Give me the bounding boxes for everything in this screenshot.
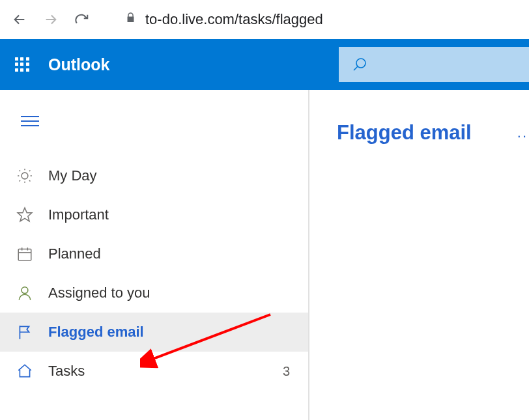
sidebar-item-label: Tasks — [48, 363, 85, 380]
sidebar-item-label: My Day — [48, 167, 97, 184]
hamburger-icon — [21, 116, 39, 126]
svg-point-2 — [356, 59, 365, 68]
page-title: Flagged email — [337, 121, 529, 145]
flag-icon — [16, 323, 34, 341]
menu-toggle-button[interactable] — [13, 104, 47, 138]
content-area: My Day Important Planned Assigned to you — [0, 90, 529, 420]
person-icon — [16, 284, 34, 302]
reload-button[interactable] — [69, 7, 95, 33]
search-icon — [352, 57, 367, 72]
sidebar: My Day Important Planned Assigned to you — [0, 90, 309, 420]
more-options-button[interactable]: ·· — [517, 128, 528, 145]
svg-line-11 — [20, 180, 21, 182]
sidebar-item-flagged-email[interactable]: Flagged email — [0, 313, 308, 352]
svg-line-7 — [20, 171, 21, 172]
back-button[interactable] — [7, 7, 33, 33]
svg-marker-13 — [18, 208, 32, 221]
app-header: Outlook — [0, 39, 529, 90]
svg-rect-14 — [18, 249, 31, 260]
svg-point-4 — [21, 173, 28, 179]
svg-line-12 — [29, 171, 31, 172]
sidebar-item-label: Assigned to you — [48, 285, 150, 301]
lock-icon — [125, 11, 136, 28]
svg-line-3 — [354, 66, 358, 70]
svg-line-8 — [29, 180, 31, 182]
sidebar-item-my-day[interactable]: My Day — [0, 156, 308, 195]
sidebar-item-label: Flagged email — [48, 324, 144, 341]
app-launcher-button[interactable] — [9, 51, 35, 77]
sun-icon — [16, 167, 34, 185]
waffle-icon — [15, 57, 29, 72]
sidebar-item-label: Important — [48, 206, 109, 223]
app-name: Outlook — [48, 55, 109, 74]
forward-button[interactable] — [38, 7, 64, 33]
search-input[interactable] — [339, 47, 529, 82]
sidebar-item-assigned[interactable]: Assigned to you — [0, 273, 308, 313]
url-text: to-do.live.com/tasks/flagged — [145, 11, 323, 28]
sidebar-item-important[interactable]: Important — [0, 195, 308, 234]
main-panel: Flagged email ·· — [309, 90, 529, 420]
calendar-icon — [16, 245, 34, 263]
sidebar-item-label: Planned — [48, 245, 101, 262]
browser-toolbar: to-do.live.com/tasks/flagged — [0, 0, 529, 39]
sidebar-item-count: 3 — [283, 364, 290, 379]
sidebar-item-planned[interactable]: Planned — [0, 234, 308, 273]
star-icon — [16, 206, 34, 224]
address-bar[interactable]: to-do.live.com/tasks/flagged — [113, 7, 522, 33]
sidebar-item-tasks[interactable]: Tasks 3 — [0, 352, 308, 391]
svg-point-21 — [21, 287, 28, 294]
home-icon — [16, 362, 34, 380]
